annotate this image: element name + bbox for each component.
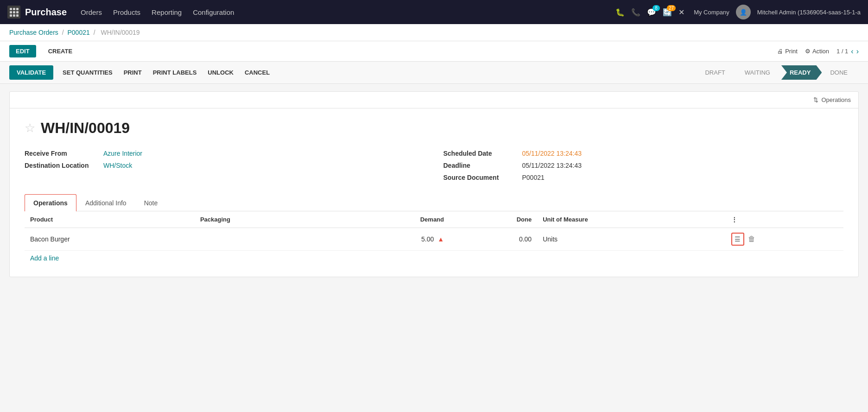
print-button[interactable]: 🖨 Print xyxy=(777,48,798,55)
document-number: WH/IN/00019 xyxy=(41,120,130,137)
activity-badge-count: 27 xyxy=(667,5,676,11)
cell-demand: 5.00 ▲ xyxy=(333,228,450,251)
delete-row-button[interactable]: 🗑 xyxy=(748,235,755,243)
receive-from-value[interactable]: Azure Interior xyxy=(103,150,142,157)
print-labels-button[interactable]: PRINT LABELS xyxy=(147,65,203,80)
close-icon[interactable]: ✕ xyxy=(678,8,684,17)
detail-list-button[interactable]: ☰ xyxy=(731,233,744,246)
source-doc-label: Source Document xyxy=(444,174,522,181)
activity-badge-button[interactable]: 🔄 27 xyxy=(663,8,672,17)
deadline-label: Deadline xyxy=(444,162,522,169)
phone-icon[interactable]: 📞 xyxy=(631,8,640,17)
chat-badge-count: 8 xyxy=(653,5,660,11)
form-grid: Receive From Azure Interior Destination … xyxy=(25,150,843,181)
topnav-right: 🐛 📞 💬 8 🔄 27 ✕ My Company 👤 Mitchell Adm… xyxy=(615,5,861,19)
add-line-button[interactable]: Add a line xyxy=(25,251,64,266)
pagination-text: 1 / 1 xyxy=(836,48,848,55)
action-button[interactable]: ⚙ Action xyxy=(805,48,829,55)
set-quantities-button[interactable]: SET QUANTITIES xyxy=(57,65,118,80)
cell-packaging xyxy=(195,228,333,251)
destination-row: Destination Location WH/Stock xyxy=(25,162,425,169)
col-packaging: Packaging xyxy=(195,211,333,228)
favorite-star-icon[interactable]: ☆ xyxy=(25,121,35,135)
scheduled-date-value[interactable]: 05/11/2022 13:24:43 xyxy=(522,150,582,157)
receive-from-row: Receive From Azure Interior xyxy=(25,150,425,157)
col-done: Done xyxy=(450,211,537,228)
status-draft[interactable]: DRAFT xyxy=(697,65,736,80)
destination-value[interactable]: WH/Stock xyxy=(103,162,132,169)
col-actions: ⋮ xyxy=(726,211,843,228)
main-content: ⇅ Operations ☆ WH/IN/00019 Receive From … xyxy=(0,84,868,285)
source-doc-row: Source Document P00021 xyxy=(444,174,844,181)
bug-icon[interactable]: 🐛 xyxy=(615,8,625,17)
unlock-button[interactable]: UNLOCK xyxy=(202,65,239,80)
nav-links: Orders Products Reporting Configuration xyxy=(81,8,615,16)
breadcrumb-purchase-orders[interactable]: Purchase Orders xyxy=(9,29,58,36)
username: Mitchell Admin (15369054-saas-15-1-a xyxy=(757,9,861,16)
destination-label: Destination Location xyxy=(25,162,103,169)
card-body: ☆ WH/IN/00019 Receive From Azure Interio… xyxy=(10,108,858,277)
next-button[interactable]: › xyxy=(856,47,859,56)
card-ops-header: ⇅ Operations xyxy=(10,92,858,108)
gear-icon: ⚙ xyxy=(805,48,811,55)
col-uom: Unit of Measure xyxy=(537,211,726,228)
nav-orders[interactable]: Orders xyxy=(81,8,102,16)
breadcrumb-sep1: / xyxy=(62,29,64,36)
receive-from-label: Receive From xyxy=(25,150,103,157)
nav-reporting[interactable]: Reporting xyxy=(152,8,182,16)
validate-button[interactable]: VALIDATE xyxy=(9,65,53,80)
deadline-value[interactable]: 05/11/2022 13:24:43 xyxy=(522,162,582,169)
deadline-row: Deadline 05/11/2022 13:24:43 xyxy=(444,162,844,169)
grid-menu-icon[interactable] xyxy=(7,6,20,19)
scheduled-date-row: Scheduled Date 05/11/2022 13:24:43 xyxy=(444,150,844,157)
status-bar: DRAFT WAITING READY DONE xyxy=(697,65,859,80)
nav-products[interactable]: Products xyxy=(113,8,140,16)
cell-done: 0.00 xyxy=(450,228,537,251)
top-navigation: Purchase Orders Products Reporting Confi… xyxy=(0,0,868,24)
status-ready[interactable]: READY xyxy=(781,65,822,80)
col-demand: Demand xyxy=(333,211,450,228)
breadcrumb-sep2: / xyxy=(94,29,95,36)
tab-operations[interactable]: Operations xyxy=(25,194,76,211)
breadcrumb: Purchase Orders / P00021 / WH/IN/00019 xyxy=(0,24,868,41)
app-name: Purchase xyxy=(25,7,67,18)
tabs: Operations Additional Info Note xyxy=(25,194,843,211)
breadcrumb-p00021[interactable]: P00021 xyxy=(68,29,90,36)
breadcrumb-current: WH/IN/00019 xyxy=(101,29,139,36)
operations-link[interactable]: ⇅ Operations xyxy=(813,96,851,103)
col-product: Product xyxy=(25,211,195,228)
tab-note[interactable]: Note xyxy=(135,194,167,211)
avatar[interactable]: 👤 xyxy=(736,5,751,19)
cell-product: Bacon Burger xyxy=(25,228,195,251)
pagination: 1 / 1 ‹ › xyxy=(836,47,859,56)
form-right: Scheduled Date 05/11/2022 13:24:43 Deadl… xyxy=(444,150,844,181)
doc-title: ☆ WH/IN/00019 xyxy=(25,120,843,137)
cancel-button[interactable]: CANCEL xyxy=(239,65,275,80)
print-button-action[interactable]: PRINT xyxy=(118,65,147,80)
operations-table: Product Packaging Demand Done Unit of Me… xyxy=(25,211,843,251)
action-bar: VALIDATE SET QUANTITIES PRINT PRINT LABE… xyxy=(0,62,868,84)
tab-additional-info[interactable]: Additional Info xyxy=(76,194,135,211)
nav-configuration[interactable]: Configuration xyxy=(193,8,234,16)
status-done[interactable]: DONE xyxy=(822,65,859,80)
cell-uom: Units xyxy=(537,228,726,251)
content-card: ⇅ Operations ☆ WH/IN/00019 Receive From … xyxy=(9,91,859,277)
status-waiting[interactable]: WAITING xyxy=(736,65,781,80)
toolbar: EDIT CREATE 🖨 Print ⚙ Action 1 / 1 ‹ › xyxy=(0,41,868,62)
form-left: Receive From Azure Interior Destination … xyxy=(25,150,425,181)
sort-icon: ⇅ xyxy=(813,96,818,103)
source-doc-value[interactable]: P00021 xyxy=(522,174,545,181)
printer-icon: 🖨 xyxy=(777,48,783,55)
toolbar-right: 🖨 Print ⚙ Action 1 / 1 ‹ › xyxy=(777,47,859,56)
chat-badge-button[interactable]: 💬 8 xyxy=(647,8,656,17)
prev-button[interactable]: ‹ xyxy=(851,47,853,56)
forecast-icon: ▲ xyxy=(437,235,444,243)
edit-button[interactable]: EDIT xyxy=(9,45,36,57)
table-row: Bacon Burger 5.00 ▲ 0.00 Units ☰ 🗑 xyxy=(25,228,843,251)
create-button[interactable]: CREATE xyxy=(42,45,79,57)
company-name: My Company xyxy=(694,9,729,16)
cell-row-actions: ☰ 🗑 xyxy=(726,228,843,251)
scheduled-date-label: Scheduled Date xyxy=(444,150,522,157)
